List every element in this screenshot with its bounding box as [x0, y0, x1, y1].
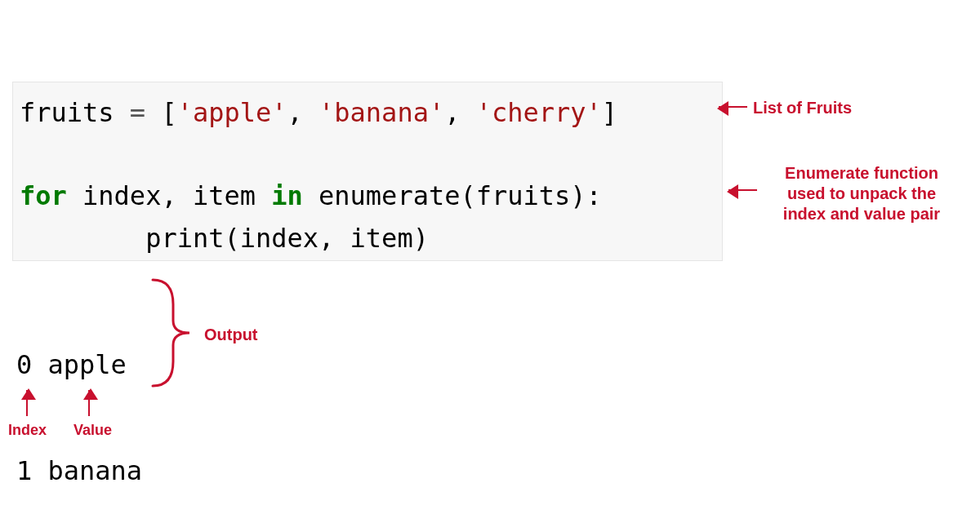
annotation-enumerate: Enumerate function used to unpack the in…	[768, 163, 956, 224]
token-var: fruits	[20, 97, 114, 128]
arrow-up-icon	[26, 390, 28, 416]
arrow-left-icon	[719, 106, 747, 108]
token-func-print: print	[145, 223, 224, 254]
brace-icon	[149, 276, 198, 390]
token-string: 'cherry'	[476, 97, 602, 128]
token-keyword-in: in	[271, 180, 303, 211]
code-line-3: for index, item in enumerate(fruits):	[20, 175, 715, 217]
annotation-output: Output	[204, 325, 258, 345]
token-comma: ,	[444, 97, 476, 128]
arrow-left-icon	[728, 189, 757, 191]
token-var: item	[193, 180, 256, 211]
code-block: fruits = ['apple', 'banana', 'cherry'] f…	[12, 82, 723, 261]
code-line-4: print(index, item)	[20, 218, 715, 259]
annotation-value: Value	[74, 421, 112, 440]
annotation-index: Index	[8, 421, 47, 440]
token-open-bracket: [	[161, 97, 176, 128]
token-var: index	[82, 180, 161, 211]
token-comma: ,	[287, 97, 319, 128]
code-line-1: fruits = ['apple', 'banana', 'cherry']	[20, 92, 715, 134]
token-func-enumerate: enumerate	[318, 180, 460, 211]
diagram-canvas: fruits = ['apple', 'banana', 'cherry'] f…	[0, 0, 980, 514]
output-line: 0 apple	[16, 348, 142, 383]
annotation-list-of-fruits: List of Fruits	[753, 98, 852, 118]
token-string: 'banana'	[318, 97, 444, 128]
arrow-up-icon	[88, 390, 90, 416]
token-close-bracket: ]	[602, 97, 617, 128]
token-string: 'apple'	[177, 97, 287, 128]
code-line-blank	[20, 134, 715, 175]
output-line: 1 banana	[16, 454, 142, 489]
token-keyword-for: for	[20, 180, 67, 211]
token-assign: =	[114, 97, 162, 128]
